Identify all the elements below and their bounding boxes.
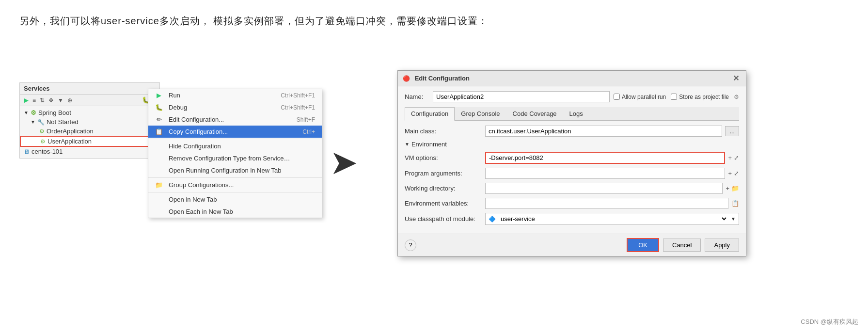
- allow-parallel-checkbox-item[interactable]: Allow parallel run: [614, 94, 666, 100]
- prog-expand-icon[interactable]: ⤢: [734, 170, 739, 177]
- ok-button[interactable]: OK: [627, 238, 659, 252]
- menu-group-config[interactable]: 📁 Group Configurations...: [148, 179, 322, 191]
- program-args-input[interactable]: [485, 168, 725, 179]
- group-icon: 📁: [155, 181, 163, 189]
- menu-open-tab[interactable]: Open in New Tab: [148, 193, 322, 206]
- edit-config-dialog: 🔴 Edit Configuration ✕ Name: Allow paral…: [397, 70, 746, 256]
- menu-remove-label: Remove Configuration Type from Service…: [169, 155, 290, 162]
- menu-run[interactable]: ▶ Run Ctrl+Shift+F1: [148, 89, 322, 101]
- run-shortcut: Ctrl+Shift+F1: [281, 92, 315, 99]
- menu-run-label: Run: [169, 92, 180, 99]
- dialog-close-button[interactable]: ✕: [731, 74, 741, 83]
- tree-content: ▼ ⚙ Spring Boot ▼ 🔧 Not Started ⚙ OrderA…: [20, 106, 159, 158]
- prog-plus-icon[interactable]: +: [728, 170, 732, 177]
- help-button[interactable]: ?: [405, 239, 416, 251]
- prog-args-icons: + ⤢: [728, 170, 739, 177]
- classpath-select[interactable]: user-service: [499, 215, 728, 223]
- menu-debug-label: Debug: [169, 104, 187, 111]
- classpath-row: Use classpath of module: 🔷 user-service …: [405, 213, 739, 225]
- menu-remove-config[interactable]: Remove Configuration Type from Service…: [148, 152, 322, 164]
- run-menu-icon: ▶: [155, 92, 163, 99]
- centos-label: centos-101: [32, 148, 63, 155]
- tree-item-user-app[interactable]: ⚙ UserApplication: [20, 136, 159, 147]
- tree-item-not-started[interactable]: ▼ 🔧 Not Started: [20, 117, 159, 127]
- dialog-footer: ? OK Cancel Apply: [398, 234, 746, 256]
- store-project-checkbox-item[interactable]: Store as project file: [671, 94, 729, 100]
- arrow-indicator: ➤: [330, 145, 358, 179]
- vm-options-label: VM options:: [405, 154, 482, 161]
- order-app-label: OrderApplication: [47, 128, 94, 135]
- workdir-folder-icon[interactable]: 📁: [731, 185, 739, 192]
- services-header: Services: [20, 83, 159, 95]
- tab-logs[interactable]: Logs: [563, 107, 589, 120]
- tab-configuration[interactable]: Configuration: [405, 107, 455, 121]
- vm-plus-icon[interactable]: +: [728, 154, 732, 161]
- env-vars-icons: 📋: [731, 200, 739, 207]
- menu-sep1: [148, 139, 322, 139]
- name-input[interactable]: [433, 91, 610, 102]
- main-class-label: Main class:: [405, 128, 482, 135]
- menu-debug[interactable]: 🐛 Debug Ctrl+Shift+F1: [148, 101, 322, 113]
- menu-open-running-label: Open Running Configuration in New Tab: [169, 167, 281, 174]
- allow-parallel-checkbox[interactable]: [614, 94, 620, 100]
- context-menu: ▶ Run Ctrl+Shift+F1 🐛 Debug Ctrl+Shift+F…: [148, 89, 322, 218]
- env-vars-copy-icon[interactable]: 📋: [731, 200, 739, 207]
- menu-group-label: Group Configurations...: [169, 181, 234, 189]
- classpath-dropdown-icon: ▼: [731, 216, 736, 222]
- dropdown-icon[interactable]: ▼: [57, 96, 64, 104]
- menu-open-each-tab[interactable]: Open Each in New Tab: [148, 206, 322, 218]
- env-vars-input[interactable]: [485, 198, 728, 209]
- main-class-row: Main class: ...: [405, 126, 739, 137]
- copy-shortcut: Ctrl+: [302, 128, 315, 135]
- list-icon[interactable]: ≡: [32, 96, 37, 104]
- vm-options-input[interactable]: [485, 152, 725, 164]
- working-dir-icons: + 📁: [726, 185, 739, 192]
- run-icon[interactable]: ▶: [23, 96, 30, 104]
- settings-icon[interactable]: ⚙: [734, 94, 739, 100]
- filter-icon[interactable]: ❖: [47, 96, 55, 104]
- user-app-label: UserApplication: [47, 138, 92, 145]
- classpath-label: Use classpath of module:: [405, 215, 482, 223]
- menu-open-running[interactable]: Open Running Configuration in New Tab: [148, 164, 322, 176]
- tree-item-order-app[interactable]: ⚙ OrderApplication: [20, 127, 159, 136]
- not-started-label: Not Started: [47, 118, 79, 126]
- working-dir-input[interactable]: [485, 183, 723, 194]
- gear-icon: 🔧: [37, 119, 45, 126]
- dialog-title: Edit Configuration: [415, 75, 470, 82]
- tree-item-centos[interactable]: 🖥 centos-101: [20, 147, 159, 156]
- env-vars-row: Environment variables: 📋: [405, 198, 739, 209]
- order-app-icon: ⚙: [39, 128, 45, 135]
- menu-copy-label: Copy Configuration...: [169, 128, 228, 135]
- main-class-browse-button[interactable]: ...: [725, 126, 739, 136]
- services-title: Services: [24, 85, 50, 92]
- main-class-input[interactable]: [485, 126, 722, 137]
- vm-expand-icon[interactable]: ⤢: [734, 154, 739, 161]
- environment-section[interactable]: ▼ Environment: [405, 141, 739, 148]
- dialog-title-icon: 🔴: [403, 75, 410, 82]
- tab-grep-console[interactable]: Grep Console: [455, 107, 506, 120]
- workdir-plus-icon[interactable]: +: [726, 185, 729, 192]
- apply-button[interactable]: Apply: [705, 239, 739, 252]
- menu-edit-config[interactable]: ✏ Edit Configuration... Shift+F: [148, 113, 322, 126]
- watermark: CSDN @纵有疾风起: [801, 318, 858, 326]
- menu-sep2: [148, 177, 322, 178]
- debug-menu-icon: 🐛: [155, 104, 163, 111]
- menu-copy-config[interactable]: 📋 Copy Configuration... Ctrl+: [148, 126, 322, 138]
- name-label: Name:: [405, 93, 429, 100]
- services-panel: Services ▶ ≡ ⇅ ❖ ▼ ⊕ 🐛 ▼ ⚙ Spring Boot ▼…: [19, 82, 160, 159]
- tree-item-springboot[interactable]: ▼ ⚙ Spring Boot: [20, 108, 159, 117]
- store-project-checkbox[interactable]: [671, 94, 677, 100]
- classpath-select-wrapper: 🔷 user-service ▼: [485, 213, 739, 225]
- expand-arrow: ▼: [24, 110, 29, 115]
- dialog-body: Name: Allow parallel run Store as projec…: [398, 86, 746, 234]
- menu-open-each-label: Open Each in New Tab: [169, 208, 233, 215]
- add-icon[interactable]: ⊕: [66, 96, 73, 104]
- expand-arrow2: ▼: [31, 119, 35, 125]
- sort-icon[interactable]: ⇅: [39, 96, 46, 104]
- springboot-label: Spring Boot: [38, 109, 71, 116]
- tab-code-coverage[interactable]: Code Coverage: [506, 107, 563, 120]
- cancel-button[interactable]: Cancel: [663, 239, 701, 252]
- edit-config-icon: ✏: [155, 116, 163, 123]
- menu-hide-config[interactable]: Hide Configuration: [148, 140, 322, 152]
- env-vars-label: Environment variables:: [405, 200, 482, 207]
